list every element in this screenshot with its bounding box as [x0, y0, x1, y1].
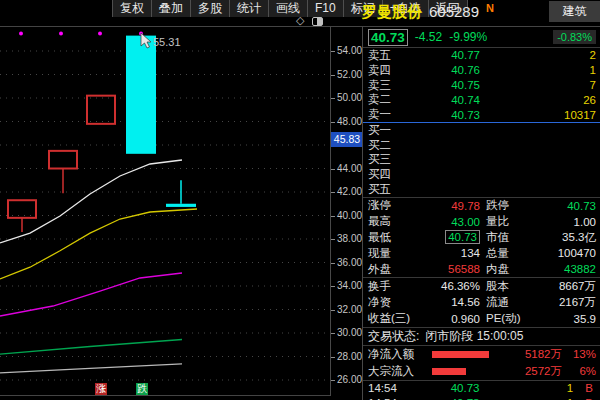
y-axis-label: 50.00: [331, 91, 362, 105]
flow-bar: [432, 351, 504, 358]
trade-row: 14:5440.731B: [363, 381, 600, 396]
y-axis-label: 36.00: [331, 256, 362, 270]
bid-row[interactable]: 买一: [363, 123, 600, 138]
menu-item-0[interactable]: 复权: [112, 0, 151, 17]
ask-row[interactable]: 卖三40.757: [363, 78, 600, 93]
y-axis-label: 30.00: [331, 326, 362, 340]
ask-row[interactable]: 卖五40.772: [363, 48, 600, 63]
cursor-price-label: 55.31: [153, 36, 181, 48]
trade-status-value: 闭市阶段 15:00:05: [425, 328, 523, 345]
bid-row[interactable]: 买二: [363, 138, 600, 153]
last-price-row: 40.73 -4.52 -9.99% -0.83%: [363, 27, 600, 48]
trade-row: 14:5440.731B: [363, 396, 600, 400]
price-change-pct: -9.99%: [449, 30, 487, 44]
stock-title: 罗曼股份 605289 N: [362, 3, 494, 22]
menu-item-3[interactable]: 统计: [229, 0, 268, 17]
stat-row: 外盘56588内盘43882: [363, 261, 600, 277]
y-axis-label: 32.00: [331, 303, 362, 317]
legend-down-badge: 跌: [136, 383, 148, 395]
y-axis-label: 54.00: [331, 44, 362, 58]
ask-row[interactable]: 卖二40.7426: [363, 92, 600, 107]
y-axis-label: 34.00: [331, 279, 362, 293]
trade-status-label: 交易状态:: [368, 328, 419, 345]
stat-row: 收益(三)0.960PE(动)35.9: [363, 311, 600, 327]
menu-item-1[interactable]: 叠加: [151, 0, 190, 17]
money-flow-row: 大宗流入2572万6%: [363, 363, 600, 380]
ask-row[interactable]: 卖四40.761: [363, 63, 600, 78]
y-axis-label: 26.00: [331, 373, 362, 387]
bid-row[interactable]: 买四: [363, 167, 600, 182]
crosshair-price-tag: 45.83: [331, 132, 363, 147]
y-axis: 45.83 54.0052.0050.0048.0044.0042.0040.0…: [330, 26, 362, 396]
new-stock-marker: N: [486, 2, 494, 14]
y-axis-label: 40.00: [331, 209, 362, 223]
stat-row: 最高43.00量比1.00: [363, 214, 600, 230]
stock-name: 罗曼股份: [362, 3, 422, 22]
bid-list: 买一买二买三买四买五: [363, 123, 600, 198]
stat-row: 现量134总量100470: [363, 245, 600, 261]
trade-status-row: 交易状态: 闭市阶段 15:00:05: [363, 328, 600, 346]
y-axis-label: 52.00: [331, 68, 362, 82]
bid-row[interactable]: 买五: [363, 182, 600, 197]
price-change: -4.52: [415, 30, 442, 44]
ask-row[interactable]: 卖一40.7310317: [363, 107, 600, 122]
top-bar: 复权叠加多股统计画线F10标记+自选返回 罗曼股份 605289 N 建筑 ◇: [0, 0, 600, 26]
ask-list: 卖五40.772卖四40.761卖三40.757卖二40.7426卖一40.73…: [363, 48, 600, 123]
sector-change-badge: -0.83%: [553, 30, 596, 44]
stat-list: 涨停49.78跌停40.73最高43.00量比1.00最低40.73市值35.3…: [363, 198, 600, 278]
stat-row: 净资14.56流通2167万: [363, 294, 600, 310]
money-flow-row: 净流入额5182万13%: [363, 346, 600, 363]
stat-row: 换手46.36%股本8667万: [363, 278, 600, 294]
y-axis-label: 42.00: [331, 185, 362, 199]
split-view-icon[interactable]: [312, 17, 323, 26]
stat-list-2: 换手46.36%股本8667万净资14.56流通2167万收益(三)0.960P…: [363, 278, 600, 328]
sector-button[interactable]: 建筑: [549, 1, 600, 22]
legend-up-badge: 涨: [95, 383, 107, 395]
last-price: 40.73: [368, 29, 408, 46]
menu-item-5[interactable]: F10: [307, 0, 343, 17]
quote-panel: 40.73 -4.52 -9.99% -0.83% 卖五40.772卖四40.7…: [362, 26, 600, 400]
bid-row[interactable]: 买三: [363, 153, 600, 168]
money-flow-list: 净流入额5182万13%大宗流入2572万6%: [363, 346, 600, 381]
menu-item-2[interactable]: 多股: [190, 0, 229, 17]
candlestick-chart[interactable]: 55.31 涨 跌: [0, 26, 330, 396]
flow-bar: [432, 368, 504, 375]
y-axis-label: 48.00: [331, 115, 362, 129]
stat-row: 涨停49.78跌停40.73: [363, 198, 600, 214]
y-axis-label: 44.00: [331, 162, 362, 176]
trade-list: 14:5440.731B14:5440.731B: [363, 381, 600, 400]
chart-canvas[interactable]: 55.31: [0, 27, 330, 397]
stat-row: 最低40.73市值35.3亿: [363, 230, 600, 246]
stock-code: 605289: [429, 3, 479, 20]
y-axis-label: 38.00: [331, 232, 362, 246]
y-axis-label: 28.00: [331, 350, 362, 364]
